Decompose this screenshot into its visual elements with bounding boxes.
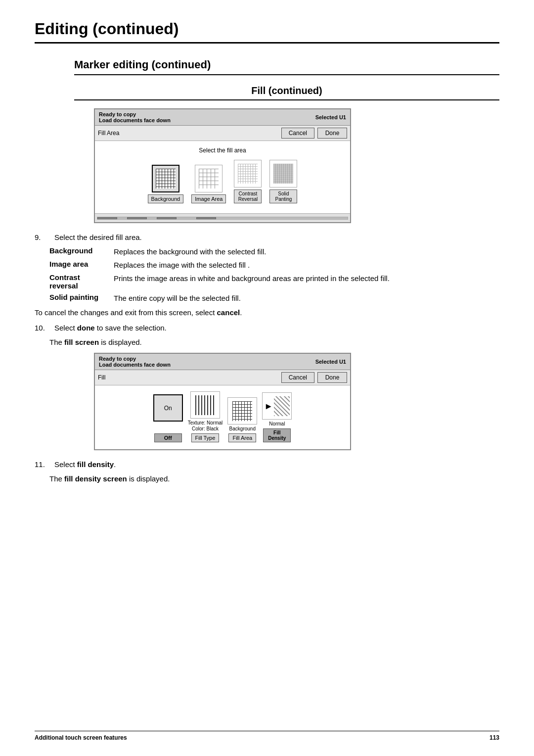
fill-screen-items-row: On Off Texture: Normal Color: Black Fill… [100,391,345,442]
def-background: Background Replaces the background with … [49,246,499,257]
panel2-cancel-button[interactable]: Cancel [281,372,314,383]
background-sublabel: Background [229,426,256,432]
panel1-header-right: Selected U1 [315,114,346,120]
fill-density-button[interactable]: Fill Density [263,428,291,442]
pattern-solid [273,164,293,184]
definitions: Background Replaces the background with … [49,246,499,303]
fill-area-panel: Ready to copy Load documents face down S… [94,108,351,223]
fill-screen-item-background[interactable]: Background Fill Area [227,397,257,442]
def-image-area-term: Image area [49,260,114,268]
def-solid-desc: The entire copy will be the selected fil… [114,293,499,303]
diagonal-pattern [274,396,290,416]
section-title: Marker editing (continued) [74,58,499,75]
footer-left: Additional touch screen features [35,734,127,741]
scroll-track [97,217,348,220]
def-contrast-term: Contrast reversal [49,273,114,290]
step10-number: 10. [35,324,49,332]
panel2-header-line1: Ready to copy [99,356,171,362]
fill-icon-image-area[interactable] [195,165,222,192]
scroll-thumb3 [157,217,177,219]
fill-icon-solid[interactable] [269,160,297,188]
fill-icon-contrast[interactable] [234,160,262,188]
main-title: Editing (continued) [35,20,499,44]
panel2-body: On Off Texture: Normal Color: Black Fill… [95,385,350,449]
fill-item-image-area[interactable]: Image Area [191,165,226,203]
on-icon[interactable]: On [153,394,183,422]
panel1-body: Select the fill area Background Image Ar… [95,141,350,213]
texture-sublabel: Texture: Normal Color: Black [188,420,223,432]
fill-label-solid[interactable]: Solid Panting [269,189,297,203]
step11-number: 11. [35,460,49,469]
fill-screen-item-texture[interactable]: Texture: Normal Color: Black Fill Type [188,391,223,442]
def-image-area: Image area Replaces the image with the s… [49,260,499,270]
texture-icon[interactable] [190,391,220,419]
fill-type-button[interactable]: Fill Type [191,433,219,442]
fill-label-contrast[interactable]: Contrast Reversal [234,189,262,203]
fill-item-solid[interactable]: Solid Panting [269,160,297,203]
fill-label-background[interactable]: Background [148,194,184,203]
def-solid: Solid painting The entire copy will be t… [49,293,499,303]
panel1-toolbar-label: Fill Area [98,130,278,137]
background-fill-icon[interactable] [227,397,257,425]
def-contrast-desc: Prints the image areas in white and back… [114,273,499,284]
panel2-done-button[interactable]: Done [317,372,347,383]
step9-number: 9. [35,233,49,241]
pattern-image-area [199,169,219,189]
panel2-header-left: Ready to copy Load documents face down [99,356,171,368]
step9-text: Select the desired fill area. [54,233,499,241]
normal-sublabel: Normal [269,421,285,427]
def-background-term: Background [49,246,114,255]
def-image-area-desc: Replaces the image with the selected fil… [114,260,499,270]
panel1-scrollbar[interactable] [95,213,350,222]
fill-area-button[interactable]: Fill Area [228,433,256,442]
cancel-note: To cancel the changes and exit from this… [35,307,499,319]
panel1-done-button[interactable]: Done [317,128,347,139]
panel1-toolbar: Fill Area Cancel Done [95,126,350,141]
page-footer: Additional touch screen features 113 [35,731,499,741]
panel1-header-line2: Load documents face down [99,117,171,123]
panel1-header-left: Ready to copy Load documents face down [99,111,171,123]
panel2-toolbar-label: Fill [98,374,278,381]
step9: 9. Select the desired fill area. [35,233,499,241]
pattern-background [156,169,176,189]
fill-icon-background[interactable] [152,165,179,192]
off-button[interactable]: Off [154,433,182,442]
panel2-toolbar: Fill Cancel Done [95,370,350,385]
fill-item-contrast[interactable]: Contrast Reversal [234,160,262,203]
normal-icon-container: ► [262,392,292,420]
panel1-header: Ready to copy Load documents face down S… [95,109,350,126]
scroll-thumb4 [196,217,216,219]
panel2-header-line2: Load documents face down [99,362,171,368]
panel1-cancel-button[interactable]: Cancel [281,128,314,139]
panel1-select-label: Select the fill area [100,147,345,154]
def-solid-term: Solid painting [49,293,114,301]
fill-screen-item-on[interactable]: On Off [153,394,183,442]
panel2-header: Ready to copy Load documents face down S… [95,354,350,370]
step11-block: 11. Select fill density. The fill densit… [35,460,499,485]
fill-item-background[interactable]: Background [148,165,184,203]
fill-area-row: Background Image Area Contrast [100,160,345,203]
footer-right: 113 [490,734,499,741]
scroll-thumb2 [127,217,147,219]
scroll-thumb [97,217,117,219]
pattern-contrast [238,164,258,184]
panel1-header-line1: Ready to copy [99,111,171,117]
sub-title: Fill (continued) [74,85,499,100]
step10: 10. Select done to save the selection. [35,324,499,332]
step10-text: Select done to save the selection. [54,324,499,332]
panel2-header-right: Selected U1 [315,359,346,365]
fill-screen-note: The fill screen is displayed. [49,337,499,348]
fill-density-note: The fill density screen is displayed. [49,473,499,485]
def-background-desc: Replaces the background with the selecte… [114,246,499,257]
on-sublabel [167,423,169,432]
fill-screen-panel: Ready to copy Load documents face down S… [94,353,351,450]
step11-text: Select fill density. [54,460,499,469]
arrow-right-icon: ► [264,402,273,411]
background-pattern [232,401,252,421]
step11: 11. Select fill density. [35,460,499,469]
vlines-pattern [195,395,215,415]
fill-label-image-area[interactable]: Image Area [191,194,226,203]
fill-screen-item-normal[interactable]: ► Normal Fill Density [262,392,292,442]
def-contrast: Contrast reversal Prints the image areas… [49,273,499,290]
